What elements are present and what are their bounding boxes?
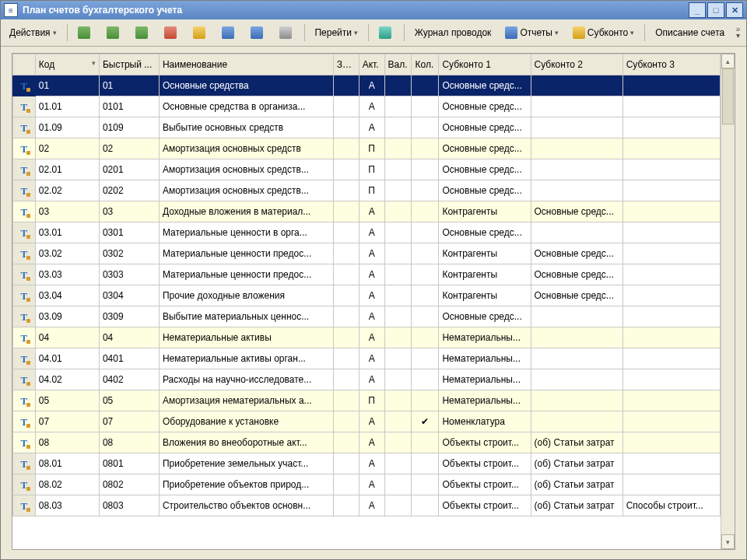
col-kol[interactable]: Кол.: [412, 54, 439, 75]
cell-akt: А: [359, 264, 384, 285]
cell-fast: 0803: [99, 495, 159, 516]
col-zab[interactable]: Заб.: [333, 54, 359, 75]
table-row[interactable]: T01.010101Основные средства в организа..…: [13, 96, 721, 117]
row-icon-cell: T: [13, 453, 36, 474]
delete-button[interactable]: [159, 22, 184, 44]
add-button[interactable]: [72, 22, 98, 44]
scroll-track[interactable]: [721, 68, 735, 534]
app-window: ≡ План счетов бухгалтерского учета _ □ ✕…: [0, 0, 747, 560]
table-row[interactable]: T04.020402Расходы на научно-исследовате.…: [13, 369, 721, 390]
cell-s3: [622, 369, 720, 390]
row-icon-cell: T: [13, 243, 36, 264]
account-icon: T: [19, 269, 30, 280]
col-name[interactable]: Наименование: [159, 54, 333, 75]
cell-s3: [622, 285, 720, 306]
col-s1[interactable]: Субконто 1: [439, 54, 531, 75]
account-icon: T: [19, 311, 30, 322]
close-button[interactable]: ✕: [726, 2, 743, 18]
journal-button[interactable]: Журнал проводок: [409, 22, 497, 44]
cell-s2: [531, 306, 622, 327]
table-row[interactable]: T03.090309Выбытие материальных ценнос...…: [13, 306, 721, 327]
refresh-button[interactable]: [374, 22, 399, 44]
table-row[interactable]: T04.010401Нематериальные активы орган...…: [13, 348, 721, 369]
cell-kod: 03.09: [35, 306, 99, 327]
cell-kod: 05: [35, 390, 99, 411]
cell-s3: [622, 138, 720, 159]
add-copy-icon: [107, 26, 119, 39]
cell-zab: [333, 75, 359, 96]
table-row[interactable]: T02.020202Амортизация основных средств..…: [13, 180, 721, 201]
table-row[interactable]: T03.040304Прочие доходные вложенияАКонтр…: [13, 285, 721, 306]
cell-name: Материальные ценности предос...: [159, 243, 333, 264]
cell-fast: 0202: [99, 180, 159, 201]
cell-s1: Нематериальны...: [439, 369, 531, 390]
col-fast[interactable]: Быстрый ...: [99, 54, 159, 75]
cell-fast: 0402: [99, 369, 159, 390]
cell-kod: 03.01: [35, 222, 99, 243]
cell-fast: 08: [99, 432, 159, 453]
cell-kol: [412, 201, 439, 222]
cell-zab: [333, 432, 359, 453]
toolbar-overflow[interactable]: »▾: [733, 26, 743, 39]
table-row[interactable]: T03.020302Материальные ценности предос..…: [13, 243, 721, 264]
account-icon: T: [19, 332, 30, 343]
cell-kol: [412, 369, 439, 390]
goto-menu[interactable]: Перейти▾: [309, 22, 363, 44]
col-s3[interactable]: Субконто 3: [622, 54, 720, 75]
col-akt[interactable]: Акт.: [359, 54, 384, 75]
find-button[interactable]: [216, 22, 242, 44]
col-icon[interactable]: [13, 54, 36, 75]
table-row[interactable]: T03.010301Материальные ценности в орга..…: [13, 222, 721, 243]
table-row[interactable]: T0707Оборудование к установкеА✔Номенклат…: [13, 411, 721, 432]
find-icon: [222, 26, 234, 39]
cell-name: Материальные ценности предос...: [159, 264, 333, 285]
row-icon-cell: T: [13, 432, 36, 453]
col-s2[interactable]: Субконто 2: [531, 54, 622, 75]
col-kod[interactable]: Код▾: [35, 54, 99, 75]
table-row[interactable]: T01.090109Выбытие основных средствАОснов…: [13, 117, 721, 138]
table-row[interactable]: T0404Нематериальные активыАНематериальны…: [13, 327, 721, 348]
cell-val: [384, 138, 412, 159]
table-row[interactable]: T03.030303Материальные ценности предос..…: [13, 264, 721, 285]
clear-filter-button[interactable]: [274, 22, 300, 44]
maximize-button[interactable]: □: [707, 2, 724, 18]
account-icon: T: [19, 416, 30, 427]
cell-kol: [412, 495, 439, 516]
scroll-up-button[interactable]: ▴: [721, 54, 735, 68]
hierarchy-button[interactable]: [188, 22, 213, 44]
scroll-thumb[interactable]: [722, 68, 734, 124]
cell-val: [384, 495, 412, 516]
minimize-button[interactable]: _: [689, 2, 706, 18]
account-icon: T: [19, 500, 30, 511]
table-row[interactable]: T08.020802Приобретение объектов природ..…: [13, 474, 721, 495]
cell-fast: 0303: [99, 264, 159, 285]
accounts-table[interactable]: Код▾ Быстрый ... Наименование Заб. Акт. …: [12, 54, 721, 516]
cell-s3: [622, 453, 720, 474]
col-val[interactable]: Вал.: [384, 54, 412, 75]
cell-name: Прочие доходные вложения: [159, 285, 333, 306]
table-row[interactable]: T0202Амортизация основных средствПОсновн…: [13, 138, 721, 159]
table-row[interactable]: T08.030803Строительство объектов основн.…: [13, 495, 721, 516]
cell-fast: 01: [99, 75, 159, 96]
vertical-scrollbar[interactable]: ▴ ▾: [721, 54, 735, 549]
table-row[interactable]: T0808Вложения во внеоборотные акт...АОбъ…: [13, 432, 721, 453]
table-row[interactable]: T02.010201Амортизация основных средств..…: [13, 159, 721, 180]
cell-akt: А: [359, 453, 384, 474]
table-row[interactable]: T08.010801Приобретение земельных участ..…: [13, 453, 721, 474]
table-row[interactable]: T0101Основные средстваАОсновные средс...: [13, 75, 721, 96]
account-icon: T: [19, 479, 30, 490]
actions-menu[interactable]: Действия▾: [4, 22, 62, 44]
cell-s3: [622, 243, 720, 264]
reports-menu[interactable]: Отчеты▾: [500, 22, 563, 44]
table-row[interactable]: T0303Доходные вложения в материал...АКон…: [13, 201, 721, 222]
subkonto-menu[interactable]: Субконто▾: [567, 22, 640, 44]
add-copy-button[interactable]: [101, 22, 127, 44]
cell-s1: Объекты строит...: [439, 453, 531, 474]
desc-button[interactable]: Описание счета: [650, 22, 730, 44]
edit-button[interactable]: [130, 22, 156, 44]
scroll-down-button[interactable]: ▾: [721, 534, 735, 549]
filter-button[interactable]: [245, 22, 271, 44]
table-row[interactable]: T0505Амортизация нематериальных а...ПНем…: [13, 390, 721, 411]
cell-s1: Контрагенты: [439, 243, 531, 264]
row-icon-cell: T: [13, 75, 36, 96]
